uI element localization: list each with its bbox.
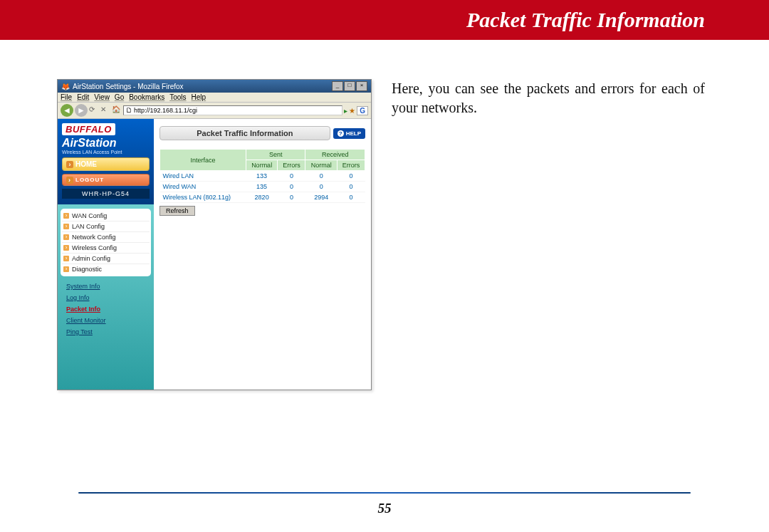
th-sent-errors: Errors — [278, 160, 305, 171]
menu-bar: File Edit View Go Bookmarks Tools Help — [58, 93, 371, 103]
menu-tools[interactable]: Tools — [169, 93, 186, 101]
th-interface: Interface — [160, 150, 246, 171]
subnav: System Info Log Info Packet Info Client … — [61, 281, 151, 338]
content-row: 🦊 AirStation Settings - Mozilla Firefox … — [0, 40, 769, 390]
th-recv-normal: Normal — [305, 160, 337, 171]
cell-rn: 0 — [305, 182, 337, 192]
product-subtitle: Wireless LAN Access Point — [62, 150, 150, 155]
window-controls: _ □ × — [332, 81, 367, 91]
brand-logo: BUFFALO — [62, 123, 115, 135]
page-header: Packet Traffic Information — [0, 0, 769, 40]
cell-se: 0 — [278, 182, 305, 192]
forward-button[interactable]: ► — [75, 104, 88, 117]
back-button[interactable]: ◄ — [61, 104, 73, 117]
cell-re: 0 — [337, 171, 365, 182]
cell-sn: 135 — [246, 182, 277, 192]
go-icon[interactable]: ▸ — [344, 107, 347, 115]
description-text: Here, you can see the packets and errors… — [392, 79, 705, 118]
cell-se: 0 — [278, 192, 305, 203]
page-title: Packet Traffic Information — [466, 8, 705, 32]
browser-body: BUFFALO AirStation Wireless LAN Access P… — [58, 119, 371, 390]
minimize-button[interactable]: _ — [332, 81, 343, 91]
subnav-log-info[interactable]: Log Info — [66, 292, 151, 303]
th-sent-normal: Normal — [246, 160, 277, 171]
subnav-client-monitor[interactable]: Client Monitor — [66, 315, 151, 326]
url-text: http://192.168.11.1/cgi — [134, 107, 197, 114]
close-button[interactable]: × — [356, 81, 367, 91]
nav-wan-config[interactable]: WAN Config — [62, 211, 150, 221]
stop-button[interactable]: ✕ — [100, 105, 110, 115]
main-panel: Packet Traffic Information HELP Interfac… — [154, 119, 371, 390]
cell-rn: 0 — [305, 171, 337, 182]
menu-file[interactable]: File — [61, 93, 72, 101]
th-received: Received — [305, 150, 365, 160]
sidebar-header: BUFFALO AirStation Wireless LAN Access P… — [58, 119, 154, 204]
section-title: Packet Traffic Information — [159, 126, 330, 140]
firefox-icon: 🦊 — [61, 83, 70, 90]
nav-box: WAN Config LAN Config Network Config Wir… — [61, 209, 151, 276]
window-title: AirStation Settings - Mozilla Firefox — [73, 83, 184, 90]
menu-help[interactable]: Help — [192, 93, 206, 101]
traffic-table: Interface Sent Received Normal Errors No… — [159, 149, 365, 203]
nav-diagnostic[interactable]: Diagnostic — [62, 264, 150, 274]
page-number: 55 — [0, 501, 769, 516]
home-button[interactable]: HOME — [62, 157, 150, 171]
subnav-system-info[interactable]: System Info — [66, 281, 151, 292]
product-name: AirStation — [62, 137, 150, 150]
nav-lan-config[interactable]: LAN Config — [62, 221, 150, 232]
table-row: Wired LAN 133 0 0 0 — [160, 171, 365, 182]
toolbar: ◄ ► ⟳ ✕ 🏠 🗋 http://192.168.11.1/cgi ▸ ★ … — [58, 103, 371, 119]
subnav-packet-info[interactable]: Packet Info — [66, 303, 151, 315]
search-engine-icon[interactable]: G — [357, 106, 368, 115]
window-titlebar: 🦊 AirStation Settings - Mozilla Firefox … — [58, 80, 371, 93]
nav-wireless-config[interactable]: Wireless Config — [62, 243, 150, 254]
cell-iface: Wireless LAN (802.11g) — [160, 192, 246, 203]
cell-iface: Wired WAN — [160, 182, 246, 192]
bookmark-icon[interactable]: ★ — [349, 107, 355, 115]
nav-admin-config[interactable]: Admin Config — [62, 254, 150, 264]
menu-view[interactable]: View — [94, 93, 110, 101]
menu-bookmarks[interactable]: Bookmarks — [129, 93, 164, 101]
cell-iface: Wired LAN — [160, 171, 246, 182]
cell-se: 0 — [278, 171, 305, 182]
reload-button[interactable]: ⟳ — [89, 105, 99, 115]
th-recv-errors: Errors — [337, 160, 365, 171]
nav-network-config[interactable]: Network Config — [62, 232, 150, 243]
subnav-ping-test[interactable]: Ping Test — [66, 326, 151, 338]
help-button[interactable]: HELP — [333, 128, 365, 139]
router-sidebar: BUFFALO AirStation Wireless LAN Access P… — [58, 119, 154, 390]
model-label: WHR-HP-G54 — [62, 189, 150, 199]
menu-edit[interactable]: Edit — [77, 93, 89, 101]
cell-sn: 133 — [246, 171, 277, 182]
cell-re: 0 — [337, 182, 365, 192]
footer-rule — [78, 492, 691, 494]
section-title-row: Packet Traffic Information HELP — [159, 126, 365, 140]
page-icon: 🗋 — [126, 107, 132, 114]
cell-rn: 2994 — [305, 192, 337, 203]
cell-re: 0 — [337, 192, 365, 203]
cell-sn: 2820 — [246, 192, 277, 203]
browser-window: 🦊 AirStation Settings - Mozilla Firefox … — [57, 79, 372, 390]
table-row: Wired WAN 135 0 0 0 — [160, 182, 365, 192]
table-row: Wireless LAN (802.11g) 2820 0 2994 0 — [160, 192, 365, 203]
logout-button[interactable]: LOGOUT — [62, 174, 150, 186]
th-sent: Sent — [246, 150, 305, 160]
maximize-button[interactable]: □ — [344, 81, 355, 91]
sidebar-nav: WAN Config LAN Config Network Config Wir… — [58, 204, 154, 390]
home-icon[interactable]: 🏠 — [112, 105, 122, 115]
address-bar[interactable]: 🗋 http://192.168.11.1/cgi — [123, 105, 342, 115]
refresh-button[interactable]: Refresh — [159, 206, 195, 216]
menu-go[interactable]: Go — [115, 93, 124, 101]
